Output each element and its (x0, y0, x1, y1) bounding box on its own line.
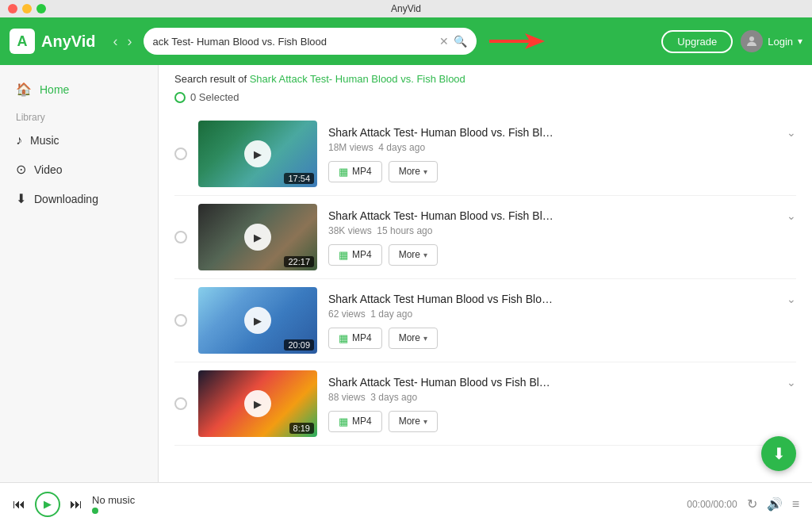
video-duration-1: 22:17 (284, 256, 314, 267)
video-title-0: Shark Attack Test- Human Blood vs. Fish … (328, 126, 553, 139)
logo-icon: A (10, 29, 35, 54)
video-title-1: Shark Attack Test- Human Blood vs. Fish … (328, 209, 553, 222)
player-bar: ⏮ ▶ ⏭ No music 00:00/00:00 ↻ 🔊 ≡ (0, 482, 812, 525)
selected-count: 0 (190, 91, 196, 103)
player-volume-icon[interactable]: 🔊 (767, 496, 783, 512)
window-title: AnyVid (391, 3, 421, 14)
player-prev-button[interactable]: ⏮ (13, 497, 25, 512)
video-info-3: Shark Attack Test- Human Blood vs Fish B… (328, 376, 796, 432)
video-meta-2: 62 views 1 day ago (328, 308, 796, 320)
music-icon: ♪ (16, 133, 22, 148)
more-button-0[interactable]: More ▾ (389, 161, 438, 182)
player-play-button[interactable]: ▶ (35, 492, 60, 517)
mp4-icon-0: ▦ (339, 166, 348, 178)
video-icon: ⊙ (16, 162, 26, 177)
video-actions-3: ▦ MP4 More ▾ (328, 411, 796, 432)
mp4-button-2[interactable]: ▦ MP4 (328, 328, 382, 349)
upgrade-button[interactable]: Upgrade (661, 30, 733, 53)
video-thumbnail-3[interactable]: ▶ 8:19 (198, 370, 317, 437)
more-chevron-icon-3: ▾ (423, 417, 427, 426)
logo: A AnyVid (10, 29, 96, 54)
expand-icon-0[interactable]: ⌄ (787, 126, 796, 139)
more-label-1: More (399, 249, 420, 260)
player-time: 00:00/00:00 (687, 499, 737, 510)
more-button-1[interactable]: More ▾ (389, 244, 438, 266)
svg-marker-0 (489, 33, 545, 49)
play-button-3[interactable]: ▶ (244, 390, 271, 417)
video-info-1: Shark Attack Test- Human Blood vs. Fish … (328, 209, 796, 266)
video-thumbnail-0[interactable]: ▶ 17:54 (198, 121, 317, 187)
download-fab[interactable]: ⬇ (761, 436, 796, 471)
window-controls[interactable] (8, 4, 46, 13)
logo-letter: A (17, 33, 28, 50)
login-label: Login (768, 36, 793, 48)
player-no-music: No music (92, 494, 677, 506)
download-icon: ⬇ (16, 191, 26, 206)
sidebar: 🏠 Home Library ♪ Music ⊙ Video ⬇ Downloa… (0, 65, 159, 482)
forward-button[interactable]: › (124, 33, 136, 50)
expand-icon-1[interactable]: ⌄ (787, 209, 796, 222)
player-repeat-icon[interactable]: ↻ (747, 496, 757, 512)
video-meta-1: 38K views 15 hours ago (328, 225, 796, 236)
mp4-icon-1: ▦ (339, 249, 348, 261)
video-duration-0: 17:54 (284, 173, 314, 184)
mp4-button-0[interactable]: ▦ MP4 (328, 161, 382, 182)
clear-search-icon[interactable]: ✕ (439, 35, 449, 48)
video-meta-0: 18M views 4 days ago (328, 142, 796, 153)
mp4-button-1[interactable]: ▦ MP4 (328, 244, 382, 266)
selected-count-text: 0 Selected (190, 91, 239, 103)
mp4-button-3[interactable]: ▦ MP4 (328, 411, 382, 432)
player-track-info: No music (92, 494, 677, 514)
search-result-query[interactable]: Shark Attack Test- Human Blood vs. Fish … (250, 73, 465, 85)
video-checkbox-0[interactable] (174, 148, 187, 160)
avatar (741, 30, 763, 52)
expand-icon-3[interactable]: ⌄ (787, 376, 796, 389)
video-title-row-3: Shark Attack Test- Human Blood vs Fish B… (328, 376, 796, 389)
user-area[interactable]: Login ▾ (741, 30, 802, 52)
sidebar-item-downloading[interactable]: ⬇ Downloading (0, 184, 158, 213)
more-chevron-icon-2: ▾ (423, 334, 427, 343)
video-checkbox-3[interactable] (174, 397, 187, 410)
video-card-0: ▶ 17:54 Shark Attack Test- Human Blood v… (174, 113, 796, 196)
maximize-button[interactable] (36, 4, 46, 13)
mp4-icon-2: ▦ (339, 332, 348, 344)
player-next-button[interactable]: ⏭ (70, 497, 82, 512)
video-card-1: ▶ 22:17 Shark Attack Test- Human Blood v… (174, 196, 796, 279)
header-right: Upgrade Login ▾ (661, 30, 802, 53)
sidebar-music-label: Music (30, 134, 59, 147)
more-button-2[interactable]: More ▾ (389, 328, 438, 349)
library-label: Library (0, 104, 158, 126)
player-playlist-icon[interactable]: ≡ (792, 497, 799, 512)
search-result-prefix: Search result of (174, 73, 247, 85)
sidebar-video-label: Video (34, 163, 63, 176)
play-button-1[interactable]: ▶ (244, 224, 271, 251)
video-info-2: Shark Attack Test Human Blood vs Fish Bl… (328, 293, 796, 349)
back-button[interactable]: ‹ (110, 33, 121, 50)
close-button[interactable] (8, 4, 17, 13)
video-checkbox-2[interactable] (174, 314, 187, 327)
minimize-button[interactable] (22, 4, 32, 13)
player-progress-dot (92, 508, 98, 514)
video-meta-3: 88 views 3 days ago (328, 392, 796, 403)
more-chevron-icon-0: ▾ (423, 167, 427, 176)
more-button-3[interactable]: More ▾ (389, 411, 438, 432)
arrow-indicator (489, 32, 545, 51)
video-thumbnail-2[interactable]: ▶ 20:09 (198, 287, 317, 354)
app-name: AnyVid (41, 33, 96, 51)
search-icon[interactable]: 🔍 (454, 35, 467, 48)
sidebar-item-video[interactable]: ⊙ Video (0, 155, 158, 184)
sidebar-item-music[interactable]: ♪ Music (0, 126, 158, 155)
search-input[interactable] (153, 36, 435, 48)
select-all-circle[interactable] (174, 92, 186, 103)
video-thumbnail-1[interactable]: ▶ 22:17 (198, 204, 317, 270)
play-button-2[interactable]: ▶ (244, 307, 271, 334)
sidebar-home-label: Home (40, 83, 69, 96)
video-info-0: Shark Attack Test- Human Blood vs. Fish … (328, 126, 796, 182)
expand-icon-2[interactable]: ⌄ (787, 293, 796, 305)
sidebar-item-home[interactable]: 🏠 Home (0, 75, 158, 104)
video-checkbox-1[interactable] (174, 231, 187, 243)
play-button-0[interactable]: ▶ (244, 140, 271, 167)
video-card-2: ▶ 20:09 Shark Attack Test Human Blood vs… (174, 279, 796, 362)
video-actions-2: ▦ MP4 More ▾ (328, 328, 796, 349)
video-title-row-0: Shark Attack Test- Human Blood vs. Fish … (328, 126, 796, 139)
